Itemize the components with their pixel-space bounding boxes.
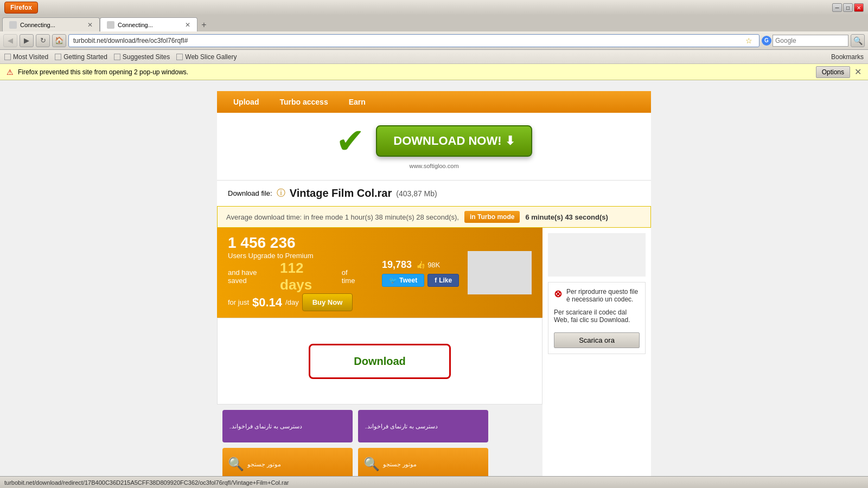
tab-1[interactable]: Connecting... ✕ (2, 17, 100, 31)
new-tab-button[interactable]: + (197, 18, 210, 31)
nav-bar: ◀ ▶ ↻ 🏠 turbobit.net/download/free/oc3fo… (0, 31, 868, 50)
reload-button[interactable]: ↻ (36, 34, 50, 47)
firefox-button[interactable]: Firefox (4, 2, 38, 14)
main-container: Upload Turbo access Earn ✔ DOWNLOAD NOW!… (217, 91, 651, 477)
back-button[interactable]: ◀ (3, 34, 17, 47)
banners-section: دسترسی به تارنمای فراخواندہ دسترسی به تا… (217, 404, 542, 448)
tab-favicon-1 (9, 21, 17, 29)
nav-earn[interactable]: Earn (339, 94, 375, 110)
download-button[interactable]: Download (309, 344, 451, 379)
promo-price: $0.14 (252, 296, 282, 310)
banner-text-1: دسترسی به تارنمای فراخواندہ (228, 423, 302, 430)
social-count-num: 19,783 (382, 259, 412, 271)
popup-warning-bar: ⚠ Firefox prevented this site from openi… (0, 64, 868, 80)
bookmarks-manager[interactable]: Bookmarks (831, 53, 864, 61)
close-button[interactable]: ✕ (854, 3, 864, 12)
speed-text: Average download time: in free mode 1 ho… (226, 213, 459, 221)
like-button[interactable]: f Like (427, 274, 459, 287)
tab-favicon-2 (107, 21, 114, 29)
warning-icon: ⚠ (7, 68, 14, 76)
browser-chrome: Firefox ─ □ ✕ Connecting... ✕ Connecting… (0, 0, 868, 80)
tab-bar: Connecting... ✕ Connecting... ✕ + (0, 15, 868, 31)
speed-info-bar: Average download time: in free mode 1 ho… (217, 206, 651, 228)
bookmark-suggested-sites[interactable]: Suggested Sites (114, 53, 170, 61)
google-icon: G (762, 36, 771, 46)
forward-button[interactable]: ▶ (20, 34, 34, 47)
bookmark-star[interactable]: ☆ (743, 36, 755, 45)
content-area: 1 456 236 Users Upgrade to Premium and h… (217, 228, 542, 486)
bookmark-getting-started[interactable]: Getting Started (55, 53, 107, 61)
tweet-label: Tweet (399, 277, 417, 284)
download-btn-wrap: ✔ DOWNLOAD NOW! ⬇ (228, 124, 640, 158)
download-file-label: Download file: (228, 189, 272, 197)
tweet-button[interactable]: 🐦 Tweet (382, 274, 424, 287)
google-input[interactable] (773, 35, 848, 47)
tab-close-1[interactable]: ✕ (87, 21, 93, 29)
download-hero: ✔ DOWNLOAD NOW! ⬇ www.softigloo.com (217, 113, 651, 181)
banner-text-4: موتور جستجو (383, 461, 417, 468)
status-url: turbobit.net/download/redirect/17B400C36… (4, 479, 289, 486)
banner-text-2: دسترسی به تارنمای فراخواندہ (363, 423, 438, 430)
google-search-box[interactable]: G (762, 35, 848, 47)
popup-text: Firefox prevented this site from opening… (18, 68, 816, 76)
title-bar: Firefox ─ □ ✕ (0, 0, 868, 15)
bookmark-label-4: Web Slice Gallery (185, 53, 237, 61)
promo-price-label: for just (228, 298, 249, 306)
like-label: Like (439, 277, 452, 284)
file-info-bar: Download file: ⓘ Vintage Film Col.rar (4… (217, 181, 651, 206)
bookmark-label: Most Visited (13, 53, 48, 61)
sidebar: ⊗ Per riprodurre questo file è necessari… (542, 228, 651, 486)
close-popup-button[interactable]: ✕ (854, 67, 861, 77)
file-name: Vintage Film Col.rar (290, 187, 392, 200)
search-icon-2: 🔍 (363, 457, 380, 472)
promo-price-row: for just $0.14 /day Buy Now (228, 293, 362, 311)
home-button[interactable]: 🏠 (52, 34, 66, 47)
buy-now-button[interactable]: Buy Now (302, 293, 353, 311)
tab-2[interactable]: Connecting... ✕ (100, 17, 197, 31)
social-counts: 19,783 👍 98K (382, 259, 459, 271)
social-buttons: 🐦 Tweet f Like (382, 274, 459, 287)
promo-text2: and have saved (228, 268, 277, 285)
tab-label-1: Connecting... (20, 22, 55, 28)
nav-turbo[interactable]: Turbo access (270, 94, 337, 110)
promo-per-day: /day (285, 298, 299, 306)
options-button[interactable]: Options (816, 66, 850, 78)
thumbs-icon: 👍 (416, 260, 425, 269)
bookmark-label-2: Getting Started (63, 53, 107, 61)
address-text: turbobit.net/download/free/oc3fol76rqfI# (73, 37, 743, 44)
bookmark-checkbox-3 (114, 54, 120, 60)
facebook-icon: f (435, 277, 437, 284)
bookmark-most-visited[interactable]: Most Visited (4, 53, 48, 61)
codec-box: ⊗ Per riprodurre questo file è necessari… (548, 282, 646, 354)
banner-text-3: موتور جستجو (247, 461, 281, 468)
nav-upload[interactable]: Upload (224, 94, 269, 110)
promo-days-row: and have saved 112 days of time (228, 260, 362, 293)
address-bar[interactable]: turbobit.net/download/free/oc3fol76rqfI#… (68, 34, 760, 47)
download-button-area: Download (217, 318, 542, 404)
codec-error: ⊗ Per riprodurre questo file è necessari… (554, 288, 640, 303)
minimize-button[interactable]: ─ (832, 3, 842, 12)
promo-days: 112 days (280, 260, 339, 293)
scarica-ora-button[interactable]: Scarica ora (554, 332, 640, 348)
turbo-time: 6 minute(s) 43 second(s) (525, 213, 608, 221)
turbo-badge: in Turbo mode (464, 211, 520, 223)
check-icon: ✔ (336, 124, 365, 158)
promo-section: 1 456 236 Users Upgrade to Premium and h… (217, 228, 542, 318)
maximize-button[interactable]: □ (843, 3, 853, 12)
bookmark-checkbox (4, 54, 11, 60)
tab-close-2[interactable]: ✕ (185, 21, 190, 29)
download-now-button[interactable]: DOWNLOAD NOW! ⬇ (376, 125, 532, 157)
codec-text1: Per riprodurre questo file è necessario … (566, 288, 640, 303)
social-area: 19,783 👍 98K 🐦 Tweet (382, 259, 459, 287)
page-content: Upload Turbo access Earn ✔ DOWNLOAD NOW!… (0, 80, 868, 488)
banner-orange-2: 🔍 موتور جستجو (358, 448, 488, 480)
bookmark-checkbox-2 (55, 54, 61, 60)
bookmark-web-slice[interactable]: Web Slice Gallery (176, 53, 237, 61)
promo-count: 1 456 236 (228, 234, 362, 252)
sidebar-ad (548, 233, 646, 277)
thumbs-count: 98K (427, 261, 440, 269)
banner-purple-2: دسترسی به تارنمای فراخواندہ (358, 410, 488, 442)
bookmarks-bar: Most Visited Getting Started Suggested S… (0, 50, 868, 64)
banner-orange-1: 🔍 موتور جستجو (222, 448, 353, 480)
search-button[interactable]: 🔍 (851, 34, 865, 47)
